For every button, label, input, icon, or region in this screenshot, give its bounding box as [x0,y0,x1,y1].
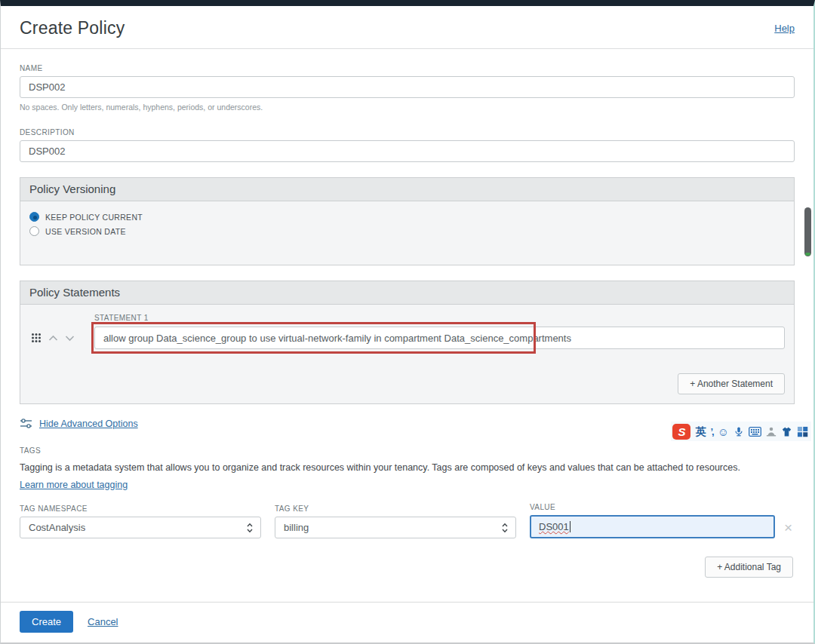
ime-toolbar: S 英 ’, ☺ [671,422,811,441]
description-label: DESCRIPTION [20,128,795,136]
policy-versioning-title: Policy Versioning [20,178,794,201]
additional-tag-row: + Additional Tag [20,557,795,578]
sliders-icon [20,418,32,430]
move-statement-up-icon[interactable] [48,335,58,342]
scrollbar-thumb[interactable] [804,207,811,256]
dialog-footer: Create Cancel [1,602,813,642]
help-link[interactable]: Help [774,23,795,34]
another-statement-button[interactable]: + Another Statement [678,373,785,394]
microphone-icon[interactable] [734,426,744,437]
hide-advanced-options-link[interactable]: Hide Advanced Options [39,419,138,429]
dialog-header: Create Policy Help [1,6,813,49]
tag-value-input[interactable]: DS001 [530,515,775,538]
name-group: NAME No spaces. Only letters, numerals, … [20,64,795,112]
remove-tag-icon[interactable]: × [784,520,792,535]
tags-label: TAGS [20,446,795,455]
statement-input-wrap [94,327,785,349]
tag-namespace-value: CostAnalysis [29,522,85,533]
radio-label: USE VERSION DATE [45,227,126,236]
tag-value-label: VALUE [530,503,775,511]
radio-keep-policy-current[interactable]: KEEP POLICY CURRENT [29,212,785,222]
statement-row [29,327,785,349]
move-statement-down-icon[interactable] [65,335,75,342]
tag-value-col: VALUE DS001 [530,503,775,538]
tag-key-col: TAG KEY billing [275,504,516,538]
create-policy-dialog: Create Policy Help NAME No spaces. Only … [0,0,815,644]
english-mode-icon[interactable]: 英 [695,426,706,437]
description-group: DESCRIPTION [20,128,795,162]
radio-unselected-icon[interactable] [29,226,39,236]
policy-versioning-body: KEEP POLICY CURRENT USE VERSION DATE [20,201,794,265]
toolbox-grid-icon[interactable] [797,426,808,437]
keyboard-icon[interactable] [749,427,761,437]
statement-1-input[interactable] [94,327,785,349]
name-input[interactable] [20,76,795,98]
dialog-body: NAME No spaces. Only letters, numerals, … [1,49,813,578]
additional-tag-button[interactable]: + Additional Tag [705,557,793,578]
name-label: NAME [20,64,795,72]
tags-description: Tagging is a metadata system that allows… [20,462,795,473]
tag-namespace-label: TAG NAMESPACE [20,504,261,513]
statement-1-label: STATEMENT 1 [94,314,785,322]
skin-shirt-icon[interactable] [781,426,792,437]
description-input[interactable] [20,140,795,162]
another-statement-row: + Another Statement [29,373,785,394]
tag-namespace-col: TAG NAMESPACE CostAnalysis [20,504,261,538]
radio-label: KEEP POLICY CURRENT [45,213,143,222]
radio-use-version-date[interactable]: USE VERSION DATE [29,226,785,236]
select-stepper-icon [246,523,254,533]
policy-statements-section: Policy Statements STATEMENT 1 [20,281,795,404]
tag-namespace-select[interactable]: CostAnalysis [20,517,261,538]
handwriting-icon[interactable] [766,426,777,437]
tag-key-select[interactable]: billing [275,517,516,538]
policy-statements-title: Policy Statements [20,281,794,305]
text-caret [570,521,570,532]
emoji-icon[interactable]: ☺ [718,426,729,437]
page-title: Create Policy [20,18,125,38]
policy-statements-body: STATEMENT 1 [20,305,794,403]
tag-value-text: DS001 [539,521,569,532]
create-button[interactable]: Create [20,611,73,633]
tag-key-value: billing [284,522,309,533]
name-helper-text: No spaces. Only letters, numerals, hyphe… [20,103,795,112]
tag-row: TAG NAMESPACE CostAnalysis TAG KEY billi… [20,503,795,538]
statement-controls [29,333,94,343]
drag-handle-icon[interactable] [31,333,42,343]
sogou-logo-icon[interactable]: S [672,424,690,440]
punctuation-mode-icon[interactable]: ’, [710,427,712,437]
learn-more-tagging-link[interactable]: Learn more about tagging [20,480,128,490]
tag-key-label: TAG KEY [275,504,516,513]
select-stepper-icon [501,523,509,533]
policy-versioning-section: Policy Versioning KEEP POLICY CURRENT US… [20,177,795,265]
cancel-link[interactable]: Cancel [88,616,118,627]
radio-selected-icon[interactable] [29,212,39,222]
